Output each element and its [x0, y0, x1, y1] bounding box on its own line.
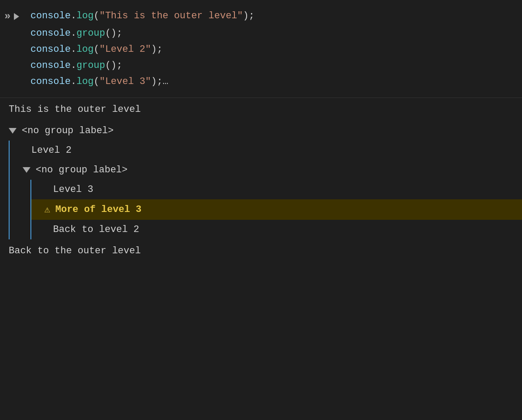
- level-3-text: Level 3: [53, 184, 93, 195]
- dot-3: .: [70, 44, 76, 55]
- outer-level-text: This is the outer level: [9, 102, 141, 117]
- triangle-down-icon-1: [9, 128, 17, 134]
- console-keyword-5: console: [30, 76, 70, 87]
- code-line-3: console.log("Level 2");: [0, 41, 522, 57]
- group-1-header[interactable]: <no group label>: [0, 121, 522, 141]
- method-group-2: group: [77, 60, 105, 71]
- ellipsis: …: [163, 76, 168, 87]
- semi-5: ;: [157, 76, 162, 87]
- level-2-output: Level 2: [10, 141, 522, 160]
- console-keyword-3: console: [30, 44, 70, 55]
- string-level2: "Level 2": [99, 44, 151, 55]
- warning-output: ⚠ More of level 3: [31, 199, 522, 220]
- warning-text: More of level 3: [55, 204, 141, 215]
- code-line-4: console.group();: [0, 57, 522, 74]
- code-line-4-content: console.group();: [30, 58, 522, 73]
- group-1-label: <no group label>: [22, 125, 114, 136]
- string-level3: "Level 3": [99, 76, 151, 87]
- group-2-container: <no group label> Level 3 ⚠ More of level…: [10, 160, 522, 239]
- semi-2: ;: [117, 28, 122, 39]
- paren-5a: (: [94, 76, 99, 87]
- semi-4: ;: [117, 60, 122, 71]
- paren-5b: ): [151, 76, 157, 87]
- code-line-1: » console.log("This is the outer level")…: [0, 8, 522, 25]
- outer-level-output: This is the outer level: [0, 98, 522, 121]
- level-3-output: Level 3: [31, 180, 522, 199]
- console-keyword-4: console: [30, 60, 70, 71]
- method-group-1: group: [77, 28, 105, 39]
- semi: ;: [249, 10, 254, 21]
- warning-icon: ⚠: [44, 204, 50, 215]
- code-line-2: console.group();: [0, 25, 522, 41]
- group-1-indent: Level 2 <no group label> Level 3: [9, 141, 522, 239]
- console-panel: » console.log("This is the outer level")…: [0, 0, 522, 420]
- code-line-2-content: console.group();: [30, 26, 522, 40]
- group-1-container: <no group label> Level 2 <no group label…: [0, 121, 522, 239]
- console-keyword: console: [30, 10, 70, 21]
- double-chevron-icon: »: [4, 9, 10, 24]
- back-outer-output: Back to the outer level: [0, 239, 522, 262]
- method-log: log: [77, 10, 94, 21]
- dot: .: [70, 10, 76, 21]
- group-1-body: Level 2 <no group label> Level 3: [0, 141, 522, 239]
- back-outer-text: Back to the outer level: [9, 244, 141, 258]
- code-line-5: console.log("Level 3");…: [0, 74, 522, 90]
- code-section: » console.log("This is the outer level")…: [0, 0, 522, 98]
- paren-3b: ): [151, 44, 157, 55]
- back-level2-text: Back to level 2: [53, 224, 139, 235]
- paren-4: (): [105, 60, 117, 71]
- group-2-label: <no group label>: [36, 165, 127, 175]
- group-2-header[interactable]: <no group label>: [10, 160, 522, 180]
- string-val: "This is the outer level": [99, 10, 243, 21]
- level-2-text: Level 2: [31, 145, 71, 156]
- code-gutter-1: »: [0, 9, 30, 24]
- console-keyword-2: console: [30, 28, 70, 39]
- output-section: This is the outer level <no group label>…: [0, 98, 522, 262]
- semi-3: ;: [157, 44, 162, 55]
- paren-close: ): [243, 10, 249, 21]
- back-level2-output: Back to level 2: [31, 220, 522, 239]
- paren-3a: (: [94, 44, 99, 55]
- method-log-2: log: [77, 44, 94, 55]
- dot-4: .: [70, 60, 76, 71]
- triangle-down-icon-2: [23, 167, 30, 173]
- paren-2: (): [105, 28, 117, 39]
- group-2-indent: Level 3 ⚠ More of level 3 Back to level …: [30, 180, 522, 239]
- code-line-1-content: console.log("This is the outer level");: [30, 9, 522, 23]
- method-log-3: log: [77, 76, 94, 87]
- dot-5: .: [70, 76, 76, 87]
- expand-arrow-icon[interactable]: [14, 13, 19, 20]
- code-line-3-content: console.log("Level 2");: [30, 42, 522, 57]
- paren-open: (: [94, 10, 99, 21]
- code-line-5-content: console.log("Level 3");…: [30, 74, 522, 89]
- dot-2: .: [70, 28, 76, 39]
